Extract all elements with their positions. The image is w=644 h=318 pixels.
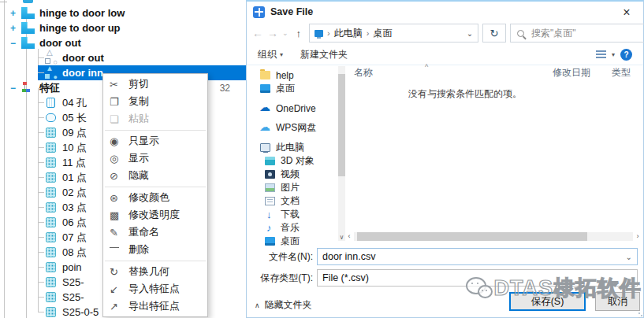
view-mode-icon[interactable] [596, 50, 606, 58]
expander-icon[interactable]: − [10, 83, 21, 93]
column-header-date[interactable]: 修改日期 [553, 66, 612, 80]
scrollbar-track[interactable] [354, 232, 633, 241]
context-menu-item[interactable]: ↗ 导出特征点 [103, 298, 207, 315]
address-dropdown-icon[interactable]: ⌄ [467, 29, 473, 38]
expander-icon[interactable]: − [10, 39, 21, 48]
tree-item-label: hinge to door up [39, 22, 121, 34]
tree-row[interactable]: door out [0, 50, 246, 65]
sidebar-item[interactable]: 桌面 [251, 235, 337, 248]
filename-input[interactable] [318, 251, 626, 262]
tree-item-icon [44, 127, 58, 139]
scroll-left-icon[interactable]: ‹ [344, 232, 354, 240]
organize-button[interactable]: 组织 ▾ [258, 48, 283, 61]
chevron-down-icon[interactable]: ⌄ [626, 253, 632, 261]
sidebar-item[interactable]: 桌面 [251, 82, 337, 95]
context-menu-label: 修改透明度 [128, 208, 180, 222]
tree-row[interactable]: + hinge to door up [0, 20, 246, 35]
column-header-type[interactable]: 类型 [612, 66, 631, 80]
close-button[interactable]: × [613, 3, 640, 22]
context-menu-label: 只显示 [128, 134, 159, 148]
sidebar-item[interactable]: WPS网盘 [251, 121, 337, 135]
tree-item-icon [44, 246, 58, 258]
sidebar-item[interactable]: 视频 [251, 168, 337, 181]
tree-item-icon [44, 291, 58, 303]
sidebar-item[interactable]: 音乐 [251, 221, 337, 235]
back-button[interactable]: ← [252, 27, 263, 39]
sidebar-item-label: OneDrive [276, 103, 316, 114]
filename-field: ⌄ [317, 248, 638, 265]
help-icon[interactable]: ? [620, 49, 632, 61]
context-menu-label: 修改颜色 [128, 190, 169, 205]
breadcrumb-desktop[interactable]: 桌面 [373, 27, 392, 40]
context-menu-item[interactable]: ⊛ 修改颜色 [103, 189, 207, 206]
sidebar-item-label: 视频 [281, 168, 300, 181]
breadcrumb-chevron-icon: › [327, 28, 330, 38]
context-menu-item[interactable]: 删除 [103, 241, 207, 258]
context-menu-item[interactable]: ◉ 只显示 [103, 132, 207, 150]
tree-item-icon [44, 52, 58, 64]
hide-folders-button[interactable]: ∧ 隐藏文件夹 [255, 298, 312, 312]
forward-button[interactable]: → [267, 27, 278, 39]
sidebar-scrollbar[interactable] [338, 66, 345, 241]
resize-grip[interactable] [641, 315, 642, 316]
chevron-down-icon[interactable]: ▾ [612, 51, 615, 58]
history-dropdown-icon[interactable]: ⌄ [282, 29, 288, 37]
context-menu-item[interactable]: ⊘ 隐藏 [103, 167, 207, 184]
sidebar-item-icon [265, 210, 275, 219]
expander-icon[interactable]: + [10, 9, 21, 18]
tree-item-icon [21, 22, 35, 34]
tree-item-label: S25- [62, 291, 84, 303]
hide-folders-label: 隐藏文件夹 [265, 298, 312, 312]
context-menu-icon: ❏ [110, 114, 128, 124]
context-menu-item[interactable]: ❐ 复制 [103, 93, 207, 110]
column-header-name[interactable]: 名称 [344, 66, 553, 80]
context-menu-item[interactable]: ◎ 显示 [103, 150, 207, 167]
save-button[interactable]: 保存(S) [509, 292, 586, 311]
context-menu-item[interactable]: ↙ 导入特征点 [103, 280, 207, 298]
tree-item-icon [44, 261, 58, 273]
context-menu-label: 删除 [128, 242, 149, 257]
search-input[interactable] [530, 27, 644, 39]
context-menu-item[interactable]: ❏ 粘贴 [103, 110, 207, 128]
sidebar-item[interactable]: 下载 [251, 208, 337, 221]
cancel-button[interactable]: 取消 [595, 292, 640, 311]
tree-item-label: 04 孔 [62, 96, 87, 110]
scrollbar-thumb[interactable] [357, 232, 587, 241]
tree-item-icon [21, 82, 35, 94]
sidebar-item[interactable]: 文档 [251, 194, 337, 208]
sidebar-item[interactable]: 3D 对象 [251, 154, 337, 168]
tree-item-icon [44, 306, 58, 318]
sidebar-item-icon [265, 183, 275, 192]
breadcrumb[interactable]: › 此电脑 › 桌面 ⌄ [309, 24, 478, 43]
dialog-main-area: help 桌面 OneDrive WPS网盘 此电脑 3D 对象 视频 [247, 66, 643, 242]
search-icon [517, 30, 524, 37]
sidebar-item[interactable]: help [251, 68, 337, 82]
context-menu-item[interactable]: ✂ 剪切 [103, 76, 207, 93]
refresh-button[interactable]: ↻ [482, 24, 506, 43]
context-menu-item[interactable]: ↻ 替换几何 [103, 263, 207, 280]
horizontal-scrollbar[interactable]: ‹ › [344, 231, 642, 241]
sidebar-item[interactable]: 图片 [251, 181, 337, 194]
feature-count: 32 [220, 83, 230, 94]
context-menu-item[interactable]: ▩ 修改透明度 [103, 206, 207, 224]
sidebar-item-label: 图片 [281, 181, 300, 194]
new-folder-button[interactable]: 新建文件夹 [300, 48, 348, 61]
context-menu-label: 导入特征点 [128, 282, 180, 296]
tree-row[interactable]: + hinge to door low [0, 6, 246, 20]
sidebar-item[interactable]: OneDrive [251, 102, 337, 115]
context-menu-item[interactable]: ✎ 重命名 [103, 224, 207, 241]
scrollbar-thumb[interactable] [338, 74, 345, 176]
file-list-header: 名称 修改日期 类型 [344, 66, 642, 80]
filename-label: 文件名(N): [247, 250, 317, 264]
tree-row[interactable]: − door out [0, 35, 246, 50]
breadcrumb-this-pc[interactable]: 此电脑 [334, 27, 363, 40]
tree-item-label: poin [62, 261, 82, 273]
save-type-select[interactable]: File (*.csv) ⌄ [317, 269, 638, 287]
sidebar-item[interactable]: 此电脑 [251, 141, 337, 154]
scroll-right-icon[interactable]: › [633, 232, 642, 240]
up-button[interactable]: ↑ [296, 28, 302, 39]
sort-ascending-icon: ^ [425, 63, 428, 71]
context-menu-label: 重命名 [128, 225, 159, 239]
expander-icon[interactable]: + [10, 24, 21, 33]
navigation-bar: ← → ⌄ ↑ › 此电脑 › 桌面 ⌄ ↻ [247, 22, 643, 44]
